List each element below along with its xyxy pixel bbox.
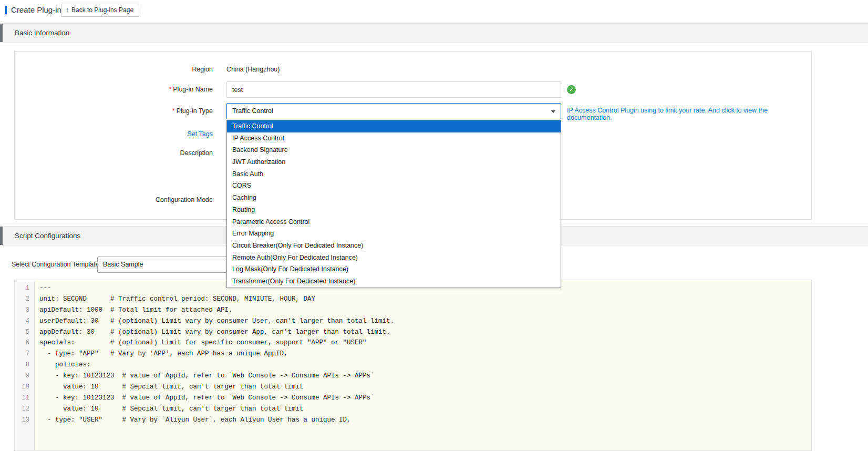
line-number: 1 bbox=[15, 283, 34, 294]
code-line: value: 10 # Sepcial limit, can't larger … bbox=[39, 404, 811, 415]
code-line: appDefault: 30 # (optional) Limit vary b… bbox=[39, 327, 811, 338]
dropdown-option[interactable]: JWT Authorization bbox=[227, 156, 561, 168]
code-line: unit: SECOND # Traffic control period: S… bbox=[39, 294, 811, 305]
dropdown-option[interactable]: Remote Auth(Only For Dedicated Instance) bbox=[227, 252, 561, 264]
code-line: - type: "USER" # Vary by `Aliyun User`, … bbox=[39, 415, 811, 426]
line-number: 6 bbox=[15, 337, 34, 348]
plugin-name-input[interactable] bbox=[226, 81, 561, 98]
region-value: China (Hangzhou) bbox=[226, 66, 280, 73]
line-number: 10 bbox=[15, 382, 34, 393]
dropdown-option[interactable]: Log Mask(Only For Dedicated Instance) bbox=[227, 263, 561, 275]
dropdown-option[interactable]: Caching bbox=[227, 192, 561, 204]
code-line: specials: # (optional) Limit for specifi… bbox=[39, 337, 811, 348]
dropdown-option[interactable]: Error Mapping bbox=[227, 228, 561, 240]
line-number: 7 bbox=[15, 348, 34, 360]
line-number: 11 bbox=[15, 393, 34, 404]
configuration-template-selected-value: Basic Sample bbox=[103, 261, 143, 268]
dropdown-option[interactable]: Parametric Access Control bbox=[227, 216, 561, 228]
plugin-type-selected-value: Traffic Control bbox=[232, 107, 273, 115]
line-number: 3 bbox=[15, 305, 34, 316]
required-asterisk: * bbox=[169, 86, 171, 93]
configuration-template-select[interactable]: Basic Sample bbox=[97, 257, 229, 273]
code-line: policies: bbox=[39, 360, 811, 371]
basic-information-form: Region China (Hangzhou) *Plug-in Name ✓ … bbox=[14, 51, 812, 220]
code-line: apiDefault: 1000 # Total limit for attac… bbox=[39, 305, 811, 316]
page-title: Create Plug-in bbox=[11, 0, 61, 20]
dropdown-option[interactable]: Traffic Control bbox=[227, 120, 561, 132]
configuration-template-label: Select Configuration Template: bbox=[12, 257, 101, 273]
validation-success-icon: ✓ bbox=[567, 85, 576, 94]
code-gutter: 12345678910111213 bbox=[15, 280, 35, 450]
plugin-type-select[interactable]: Traffic Control bbox=[226, 103, 561, 119]
section-title: Basic Information bbox=[15, 24, 69, 42]
plugin-type-dropdown: Traffic ControlIP Access ControlBackend … bbox=[226, 120, 561, 288]
code-line: - key: 10123123 # value of AppId, refer … bbox=[39, 371, 811, 382]
section-header-basic-information: Basic Information bbox=[0, 23, 868, 43]
back-to-plugins-button[interactable]: ↑ Back to Plug-ins Page bbox=[61, 4, 139, 17]
back-button-label: Back to Plug-ins Page bbox=[71, 4, 133, 16]
set-tags-link[interactable]: Set Tags bbox=[188, 130, 213, 138]
code-line: value: 10 # Sepcial limit, can't larger … bbox=[39, 382, 811, 393]
line-number: 2 bbox=[15, 294, 34, 305]
plugin-type-label: *Plug-in Type bbox=[15, 107, 213, 115]
top-bar: Create Plug-in ↑ Back to Plug-ins Page bbox=[0, 0, 868, 21]
title-accent-bar bbox=[5, 6, 7, 14]
dropdown-option[interactable]: IP Access Control bbox=[227, 132, 561, 145]
chevron-down-icon bbox=[551, 110, 555, 113]
code-line: userDefault: 30 # (optional) Limit vary … bbox=[39, 316, 811, 327]
section-accent-bar bbox=[0, 227, 3, 245]
line-number: 4 bbox=[15, 316, 34, 327]
dropdown-option[interactable]: Backend Signature bbox=[227, 144, 561, 156]
set-tags-row: Set Tags bbox=[15, 130, 213, 138]
dropdown-option[interactable]: CORS bbox=[227, 180, 561, 192]
plugin-type-hint-link[interactable]: IP Access Control Plugin using to limit … bbox=[567, 107, 809, 121]
code-lines[interactable]: ---unit: SECOND # Traffic control period… bbox=[35, 280, 811, 450]
line-number: 8 bbox=[15, 360, 34, 371]
section-title: Script Configurations bbox=[15, 227, 80, 245]
section-accent-bar bbox=[0, 24, 3, 42]
dropdown-option[interactable]: Transformer(Only For Dedicated Instance) bbox=[227, 275, 561, 288]
code-line: - key: 10123123 # value of AppId, refer … bbox=[39, 393, 811, 404]
region-label: Region bbox=[15, 66, 213, 73]
dropdown-option[interactable]: Circuit Breaker(Only For Dedicated Insta… bbox=[227, 240, 561, 252]
description-label: Description bbox=[15, 149, 213, 157]
dropdown-option[interactable]: Routing bbox=[227, 204, 561, 216]
line-number: 13 bbox=[15, 415, 34, 426]
back-arrow-icon: ↑ bbox=[66, 4, 69, 16]
code-editor[interactable]: 12345678910111213 ---unit: SECOND # Traf… bbox=[14, 280, 812, 451]
line-number: 9 bbox=[15, 371, 34, 382]
plugin-name-label: *Plug-in Name bbox=[15, 86, 213, 93]
dropdown-option[interactable]: Basic Auth bbox=[227, 168, 561, 180]
configuration-mode-label: Configuration Mode bbox=[15, 196, 213, 203]
code-line: - type: "APP" # Vary by 'APP', each APP … bbox=[39, 348, 811, 360]
required-asterisk: * bbox=[172, 107, 175, 115]
line-number: 12 bbox=[15, 404, 34, 415]
line-number: 5 bbox=[15, 327, 34, 338]
